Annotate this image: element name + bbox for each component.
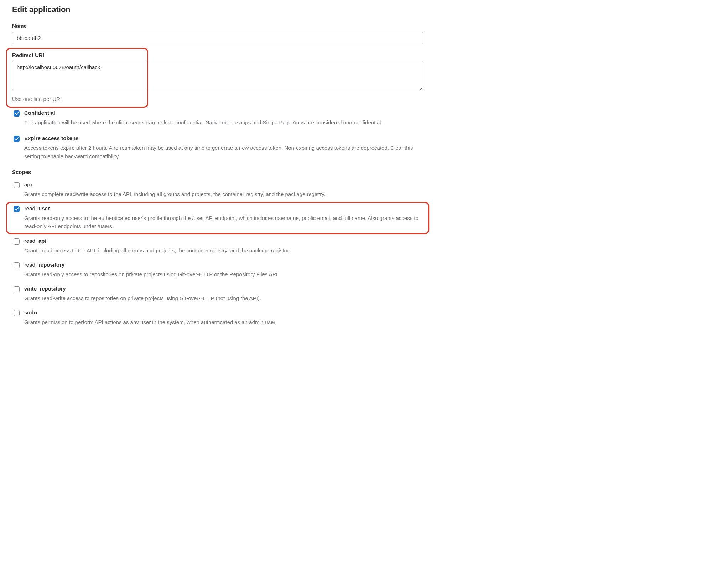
scope-checkbox-write_repository[interactable]: [14, 286, 20, 292]
scope-description: Grants read-only access to the authentic…: [24, 214, 423, 231]
expire-tokens-label: Expire access tokens: [24, 135, 79, 141]
scope-item-read_repository: read_repositoryGrants read-only access t…: [12, 262, 423, 278]
redirect-uri-help: Use one line per URI: [12, 96, 423, 102]
scope-label: api: [24, 181, 32, 187]
scope-description: Grants complete read/write access to the…: [24, 190, 423, 198]
scope-item-api: apiGrants complete read/write access to …: [12, 181, 423, 198]
confidential-checkbox[interactable]: [14, 110, 20, 117]
name-input[interactable]: [12, 32, 423, 44]
scope-checkbox-read_api[interactable]: [14, 238, 20, 245]
confidential-description: The application will be used where the c…: [24, 118, 423, 127]
confidential-label: Confidential: [24, 110, 55, 116]
page-title: Edit application: [12, 5, 423, 14]
scope-checkbox-api[interactable]: [14, 182, 20, 188]
scope-description: Grants read-only access to repositories …: [24, 270, 423, 278]
name-label: Name: [12, 23, 423, 29]
expire-tokens-description: Access tokens expire after 2 hours. A re…: [24, 144, 423, 160]
scope-checkbox-sudo[interactable]: [14, 310, 20, 316]
scope-label: read_api: [24, 238, 46, 244]
scope-item-read_user: read_userGrants read-only access to the …: [12, 205, 423, 231]
redirect-uri-textarea[interactable]: [12, 61, 423, 91]
scopes-list: apiGrants complete read/write access to …: [12, 181, 423, 327]
scope-checkbox-read_user[interactable]: [14, 206, 20, 212]
scope-label: sudo: [24, 309, 37, 315]
scope-label: read_user: [24, 205, 50, 211]
confidential-option: Confidential The application will be use…: [12, 110, 423, 127]
scope-item-read_api: read_apiGrants read access to the API, i…: [12, 238, 423, 255]
scope-description: Grants permission to perform API actions…: [24, 318, 423, 326]
edit-application-form: Edit application Name Redirect URI Use o…: [0, 0, 435, 344]
name-group: Name: [12, 23, 423, 44]
expire-tokens-option: Expire access tokens Access tokens expir…: [12, 135, 423, 160]
scope-item-write_repository: write_repositoryGrants read-write access…: [12, 286, 423, 302]
expire-tokens-checkbox[interactable]: [14, 136, 20, 142]
scope-label: write_repository: [24, 286, 66, 292]
scope-checkbox-read_repository[interactable]: [14, 262, 20, 268]
scopes-heading: Scopes: [12, 169, 423, 175]
scope-description: Grants read-write access to repositories…: [24, 294, 423, 302]
scope-item-sudo: sudoGrants permission to perform API act…: [12, 309, 423, 326]
redirect-uri-group: Redirect URI Use one line per URI: [12, 52, 423, 102]
scope-label: read_repository: [24, 262, 64, 268]
scope-description: Grants read access to the API, including…: [24, 246, 423, 255]
redirect-uri-label: Redirect URI: [12, 52, 423, 58]
